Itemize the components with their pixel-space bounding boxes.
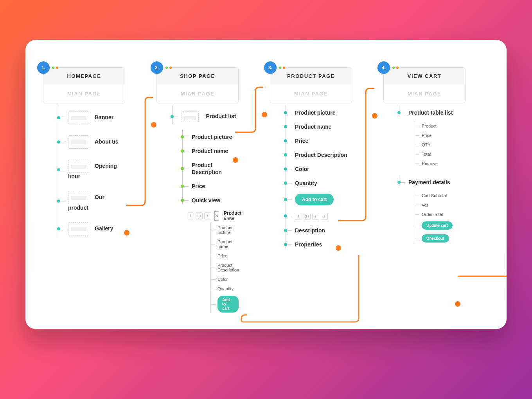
thumb-icon [182,111,199,122]
sitemap-canvas: 1. HOMEPAGE MIAN PAGE Banner About us Op… [25,40,507,329]
pt-product: Product [415,121,466,131]
node-payment-details[interactable]: Payment details [399,175,466,189]
pt-qty: QTY [415,140,466,149]
thumb-icon [68,160,89,173]
card-product[interactable]: 3. PRODUCT PAGE MIAN PAGE [270,67,352,103]
pd-checkout: Checkout [415,232,466,245]
shop-tree: Product list [172,106,239,128]
qv-quantity: Quantity [210,284,239,293]
payment-subtree: Cart Subtotal Vat Order Total Update car… [415,191,466,245]
social-row: f G+ t [187,212,211,219]
node-product-list[interactable]: Product list [172,106,239,128]
card-title: SHOP PAGE [157,68,238,84]
node-price[interactable]: Price [182,179,239,193]
pt-price: Price [415,131,466,140]
column-shop: 2. SHOP PAGE MIAN PAGE Product list Prod… [156,67,239,315]
quick-view-block: f G+ t ✕ Product view Product picture Pr… [187,210,239,315]
facebook-icon[interactable]: f [295,213,302,220]
thumb-icon [68,222,89,235]
connector-dot [124,230,129,235]
card-homepage[interactable]: 1. HOMEPAGE MIAN PAGE [43,67,125,103]
qv-product-desc: Product Description [210,261,239,275]
qv-price: Price [210,251,239,261]
pd-vat: Vat [415,200,466,210]
product-table-subtree: Product Price QTY Total Remove [415,121,466,168]
share-icon[interactable]: ⤴ [321,213,328,220]
column-product: 3. PRODUCT PAGE MIAN PAGE Product pictur… [270,67,352,252]
thumb-icon [68,135,89,149]
node-price[interactable]: Price [286,134,352,148]
node-product-name[interactable]: Product name [182,144,239,158]
cart-tree: Product table list [399,106,466,120]
google-icon[interactable]: G+ [304,213,311,220]
status-dots [279,66,285,69]
status-dots [392,66,399,69]
homepage-tree: Banner About us Opening hour Our product… [59,106,125,241]
add-to-cart-button[interactable]: Add to cart [295,194,334,205]
node-product-desc[interactable]: Product Description [182,158,239,179]
product-tree: Product picture Product name Price Produ… [286,106,352,252]
step-badge: 3. [264,61,277,74]
node-opening-hour[interactable]: Opening hour [59,154,125,185]
node-about[interactable]: About us [59,130,125,154]
google-icon[interactable]: G+ [196,212,203,219]
node-product-name[interactable]: Product name [286,120,352,134]
step-badge: 1. [37,61,50,74]
card-cart[interactable]: 4. VIEW CART MIAN PAGE [383,67,466,103]
facebook-icon[interactable]: f [187,212,194,219]
card-subtitle: MIAN PAGE [270,84,352,103]
node-properties[interactable]: Properties [286,237,352,252]
node-product-picture[interactable]: Product picture [286,106,352,120]
pd-update-cart: Update cart [415,219,466,232]
thumb-icon [68,191,89,204]
pd-order-total: Order Total [415,210,466,219]
card-title: VIEW CART [384,68,465,84]
node-quantity[interactable]: Quantity [286,176,352,190]
node-product-picture[interactable]: Product picture [182,130,239,144]
social-row: f G+ t ⤴ [295,213,328,220]
card-subtitle: MIAN PAGE [384,84,465,103]
qv-add-to-cart: Add to cart [210,293,239,315]
connector-dot [233,157,238,163]
connector-dot [336,245,341,251]
connector-dot [262,112,267,117]
node-social: f G+ t ⤴ [286,209,352,223]
node-gallery[interactable]: Gallery [59,217,125,241]
pt-remove: Remove [415,159,466,168]
card-title: PRODUCT PAGE [270,68,352,84]
qv-product-picture: Product picture [210,223,239,237]
card-title: HOMEPAGE [43,68,125,84]
connector-dot [151,122,156,128]
status-dots [52,66,58,69]
product-view-title: Product view [224,210,241,221]
product-view-tree: Product picture Product name Price Produ… [210,223,239,315]
node-description[interactable]: Description [286,223,352,237]
step-badge: 2. [151,61,163,74]
close-icon[interactable]: ✕ [214,211,219,221]
card-subtitle: MIAN PAGE [157,84,238,103]
thumb-icon [68,111,89,124]
payment-tree: Payment details [399,175,466,189]
card-shop[interactable]: 2. SHOP PAGE MIAN PAGE [156,67,239,103]
node-our-product[interactable]: Our product [59,185,125,217]
qv-product-name: Product name [210,237,239,251]
connector-dot [455,301,460,307]
quick-view-header: f G+ t ✕ Product view [187,210,239,221]
column-homepage: 1. HOMEPAGE MIAN PAGE Banner About us Op… [43,67,125,241]
column-cart: 4. VIEW CART MIAN PAGE Product table lis… [383,67,466,245]
connector-dot [372,113,377,119]
node-product-desc[interactable]: Product Description [286,148,352,162]
node-color[interactable]: Color [286,162,352,176]
node-banner[interactable]: Banner [59,106,125,130]
node-quick-view[interactable]: Quick view [182,193,239,207]
update-cart-button[interactable]: Update cart [422,221,453,230]
twitter-icon[interactable]: t [312,213,319,220]
node-product-table[interactable]: Product table list [399,106,466,120]
node-add-to-cart: Add to cart [286,190,352,209]
qv-color: Color [210,275,239,284]
shop-detail-tree: Product picture Product name Product Des… [182,130,239,207]
card-subtitle: MIAN PAGE [43,84,125,103]
checkout-button[interactable]: Checkout [422,234,449,243]
add-to-cart-button[interactable]: Add to cart [217,296,239,313]
twitter-icon[interactable]: t [204,212,211,219]
